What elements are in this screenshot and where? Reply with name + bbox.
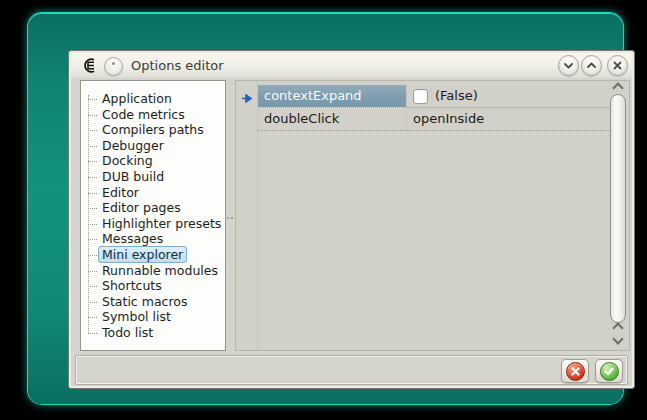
sidebar-item-static-macros[interactable]: Static macros (81, 294, 225, 310)
property-row-doubleClick[interactable]: doubleClick openInside (258, 108, 609, 131)
options-editor-window: Options editor Application Code metrics … (68, 50, 635, 389)
vertical-scrollbar[interactable] (610, 81, 627, 350)
window-title: Options editor (131, 53, 224, 78)
chevron-up-icon (586, 60, 597, 71)
sidebar-item-editor[interactable]: Editor (81, 185, 225, 201)
property-row-contextExpand[interactable]: contextExpand (False) (258, 85, 609, 108)
chevron-down-icon (563, 60, 574, 71)
sidebar-item-highlighter-presets[interactable]: Highlighter presets (81, 216, 225, 232)
property-value-text: openInside (413, 108, 484, 130)
sidebar-item-runnable-modules[interactable]: Runnable modules (81, 263, 225, 279)
screenshot-stage: Options editor Application Code metrics … (0, 0, 647, 420)
app-icon (81, 57, 98, 74)
selected-row-arrow-icon (241, 94, 253, 103)
property-name[interactable]: doubleClick (258, 108, 407, 131)
sidebar-item-compilers-paths[interactable]: Compilers paths (81, 122, 225, 138)
category-tree-items: Application Code metrics Compilers paths… (81, 91, 225, 341)
sidebar-item-docking[interactable]: Docking (81, 153, 225, 169)
cancel-button[interactable] (561, 359, 589, 383)
scroll-up-icon[interactable] (612, 82, 623, 93)
panel-splitter[interactable] (226, 80, 235, 351)
row-marker-column (236, 81, 258, 350)
sidebar-item-application[interactable]: Application (81, 91, 225, 107)
sidebar-item-messages[interactable]: Messages (81, 231, 225, 247)
property-name[interactable]: contextExpand (258, 85, 407, 108)
minimize-button[interactable] (558, 55, 579, 76)
scrollbar-thumb[interactable] (610, 94, 626, 323)
sidebar-item-symbol-list[interactable]: Symbol list (81, 309, 225, 325)
sidebar-item-code-metrics[interactable]: Code metrics (81, 107, 225, 123)
property-grid: contextExpand (False) doubleClick openIn… (235, 80, 630, 351)
maximize-button[interactable] (581, 55, 602, 76)
property-value[interactable]: openInside (407, 108, 609, 131)
property-rows: contextExpand (False) doubleClick openIn… (258, 85, 609, 131)
checkbox-unchecked[interactable] (413, 89, 428, 104)
property-value[interactable]: (False) (407, 85, 609, 108)
window-menu-button[interactable] (104, 57, 123, 76)
titlebar[interactable]: Options editor (71, 53, 632, 78)
scroll-up-icon[interactable] (612, 322, 623, 333)
sidebar-item-mini-explorer[interactable]: Mini explorer (81, 247, 225, 263)
accept-check-icon (600, 362, 619, 381)
footer-bar (75, 355, 628, 385)
sidebar-item-editor-pages[interactable]: Editor pages (81, 200, 225, 216)
sidebar-item-shortcuts[interactable]: Shortcuts (81, 278, 225, 294)
close-button[interactable] (607, 55, 628, 76)
checkbox-state-label: (False) (435, 85, 478, 107)
sidebar-item-debugger[interactable]: Debugger (81, 138, 225, 154)
cancel-cross-icon (566, 362, 585, 381)
menu-dot-icon (112, 62, 115, 65)
close-icon (612, 60, 623, 71)
sidebar-item-todo-list[interactable]: Todo list (81, 325, 225, 341)
accept-button[interactable] (595, 359, 623, 383)
scroll-down-icon[interactable] (612, 333, 623, 344)
category-tree: Application Code metrics Compilers paths… (80, 80, 226, 351)
window-frame: Options editor Application Code metrics … (28, 13, 623, 404)
sidebar-item-dub-build[interactable]: DUB build (81, 169, 225, 185)
